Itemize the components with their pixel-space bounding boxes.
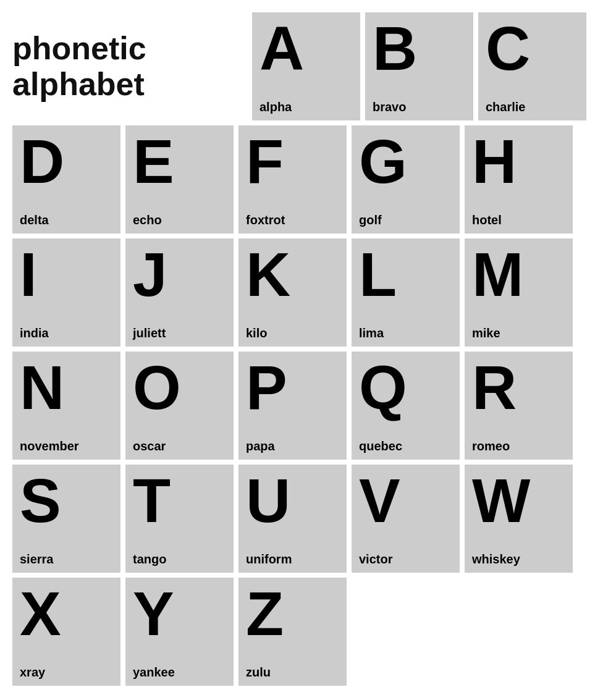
card-yankee: Y yankee: [125, 578, 234, 686]
letter-d: D: [20, 130, 64, 192]
word-alpha: alpha: [259, 100, 353, 114]
row-3: I india J juliett K kilo L lima M mike: [12, 238, 604, 347]
word-echo: echo: [133, 213, 226, 227]
letter-o: O: [133, 356, 181, 418]
word-whiskey: whiskey: [472, 552, 565, 567]
letter-g: G: [359, 130, 407, 192]
word-november: november: [20, 439, 113, 453]
card-oscar: O oscar: [125, 352, 234, 460]
letter-w: W: [472, 470, 530, 531]
card-tango: T tango: [125, 465, 234, 573]
word-romeo: romeo: [472, 439, 565, 453]
card-charlie: C charlie: [478, 12, 586, 120]
word-mike: mike: [472, 326, 565, 340]
page-title: phonetic alphabet: [12, 31, 247, 101]
letter-h: H: [472, 130, 517, 192]
word-india: india: [20, 326, 113, 340]
letter-q: Q: [359, 356, 407, 418]
letter-u: U: [246, 470, 290, 531]
letter-r: R: [472, 356, 517, 418]
word-quebec: quebec: [359, 439, 452, 453]
card-mike: M mike: [465, 238, 573, 347]
row-2: D delta E echo F foxtrot G golf H hotel: [12, 125, 604, 234]
card-foxtrot: F foxtrot: [238, 125, 347, 234]
row-6: X xray Y yankee Z zulu: [12, 578, 604, 686]
row-5: S sierra T tango U uniform V victor W wh…: [12, 465, 604, 573]
word-oscar: oscar: [133, 439, 226, 453]
row-4: N november O oscar P papa Q quebec R rom…: [12, 352, 604, 460]
card-zulu: Z zulu: [238, 578, 347, 686]
word-uniform: uniform: [246, 552, 339, 567]
card-november: N november: [12, 352, 120, 460]
card-delta: D delta: [12, 125, 120, 234]
letter-n: N: [20, 356, 64, 418]
card-xray: X xray: [12, 578, 120, 686]
card-bravo: B bravo: [365, 12, 473, 120]
word-sierra: sierra: [20, 552, 113, 567]
word-juliett: juliett: [133, 326, 226, 340]
card-romeo: R romeo: [465, 352, 573, 460]
title-cell: phonetic alphabet: [12, 12, 247, 120]
card-india: I india: [12, 238, 120, 347]
letter-i: I: [20, 243, 37, 305]
letter-b: B: [373, 17, 417, 79]
word-bravo: bravo: [373, 100, 466, 114]
letter-f: F: [246, 130, 284, 192]
letter-t: T: [133, 470, 171, 531]
word-delta: delta: [20, 213, 113, 227]
letter-c: C: [486, 17, 530, 79]
word-golf: golf: [359, 213, 452, 227]
word-hotel: hotel: [472, 213, 565, 227]
letter-x: X: [20, 583, 61, 644]
card-uniform: U uniform: [238, 465, 347, 573]
word-papa: papa: [246, 439, 339, 453]
letter-l: L: [359, 243, 397, 305]
letter-m: M: [472, 243, 523, 305]
letter-s: S: [20, 470, 61, 531]
letter-z: Z: [246, 583, 284, 644]
word-charlie: charlie: [486, 100, 579, 114]
letter-v: V: [359, 470, 400, 531]
card-victor: V victor: [352, 465, 460, 573]
word-lima: lima: [359, 326, 452, 340]
card-whiskey: W whiskey: [465, 465, 573, 573]
letter-a: A: [259, 17, 304, 79]
letter-p: P: [246, 356, 287, 418]
letter-k: K: [246, 243, 290, 305]
row-1: phonetic alphabet A alpha B bravo C char…: [12, 12, 604, 120]
word-kilo: kilo: [246, 326, 339, 340]
word-yankee: yankee: [133, 665, 226, 680]
card-juliett: J juliett: [125, 238, 234, 347]
card-lima: L lima: [352, 238, 460, 347]
letter-j: J: [133, 243, 167, 305]
word-foxtrot: foxtrot: [246, 213, 339, 227]
card-kilo: K kilo: [238, 238, 347, 347]
card-golf: G golf: [352, 125, 460, 234]
word-victor: victor: [359, 552, 452, 567]
word-xray: xray: [20, 665, 113, 680]
page-container: phonetic alphabet A alpha B bravo C char…: [12, 12, 604, 686]
card-echo: E echo: [125, 125, 234, 234]
card-quebec: Q quebec: [352, 352, 460, 460]
card-papa: P papa: [238, 352, 347, 460]
letter-e: E: [133, 130, 174, 192]
letter-y: Y: [133, 583, 174, 644]
word-zulu: zulu: [246, 665, 339, 680]
word-tango: tango: [133, 552, 226, 567]
card-alpha: A alpha: [252, 12, 360, 120]
card-hotel: H hotel: [465, 125, 573, 234]
card-sierra: S sierra: [12, 465, 120, 573]
